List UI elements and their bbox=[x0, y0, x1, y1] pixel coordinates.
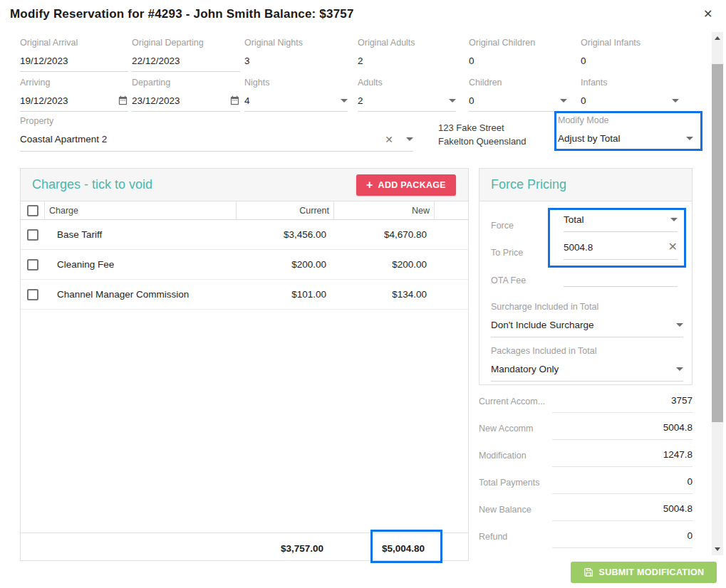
field-value: 2 bbox=[358, 56, 456, 71]
summary-label: New Accomm bbox=[479, 424, 533, 434]
close-icon[interactable]: ✕ bbox=[703, 9, 712, 20]
summary-row: Total Payments 0 bbox=[479, 470, 693, 497]
arriving-date-field[interactable]: Arriving 19/12/2023 bbox=[20, 78, 128, 112]
field-original-departing: Original Departing 22/12/2023 bbox=[132, 38, 240, 72]
table-row: Channel Manager Commission $101.00 $134.… bbox=[21, 280, 468, 310]
submit-modification-button[interactable]: SUBMIT MODIFICATION bbox=[571, 562, 717, 583]
field-label: Original Children bbox=[469, 38, 567, 48]
scrollbar-thumb[interactable] bbox=[712, 64, 723, 422]
adults-select[interactable]: Adults 2 bbox=[358, 78, 456, 112]
chevron-down-icon[interactable] bbox=[670, 218, 678, 221]
chevron-down-icon[interactable] bbox=[406, 137, 413, 141]
summary-label: New Balance bbox=[479, 505, 531, 515]
field-label: Original Arrival bbox=[20, 38, 128, 48]
children-select[interactable]: Children 0 bbox=[469, 78, 567, 112]
plus-icon: + bbox=[366, 179, 373, 191]
field-original-children: Original Children 0 bbox=[469, 38, 567, 71]
field-value[interactable]: 4 bbox=[244, 95, 250, 106]
summary-row: Refund 0 bbox=[479, 524, 693, 551]
field-value[interactable]: 2 bbox=[358, 95, 363, 106]
surcharge-select[interactable]: Don't Include Surcharge bbox=[491, 320, 683, 337]
field-value: 3 bbox=[244, 56, 348, 71]
field-value[interactable]: Coastal Apartment 2 bbox=[20, 134, 107, 145]
field-value[interactable]: 19/12/2023 bbox=[20, 95, 68, 106]
chevron-down-icon[interactable] bbox=[560, 99, 567, 103]
chevron-down-icon[interactable] bbox=[672, 99, 679, 103]
field-value: 0 bbox=[469, 56, 567, 71]
summary-value: 3757 bbox=[552, 395, 693, 413]
field-value[interactable]: Adjust by Total bbox=[558, 133, 621, 144]
field-value[interactable]: 23/12/2023 bbox=[132, 95, 180, 106]
chevron-down-icon[interactable] bbox=[341, 99, 348, 103]
dialog-title: Modify Reservation for #4293 - John Smit… bbox=[10, 7, 354, 21]
summary-label: Total Payments bbox=[479, 478, 539, 488]
summary-row: Current Accom... 3757 bbox=[479, 389, 693, 416]
to-price-input[interactable]: 5004.8 ✕ bbox=[564, 241, 678, 260]
vertical-scrollbar[interactable] bbox=[712, 32, 723, 555]
summary-row: New Accomm 5004.8 bbox=[479, 416, 693, 443]
charge-current: $101.00 bbox=[236, 289, 333, 300]
add-package-button[interactable]: + ADD PACKAGE bbox=[356, 174, 456, 196]
force-label: Force bbox=[491, 221, 514, 231]
nights-select[interactable]: Nights 4 bbox=[244, 78, 348, 112]
modify-mode-select[interactable]: Modify Mode Adjust by Total bbox=[558, 115, 693, 149]
departing-date-field[interactable]: Departing 23/12/2023 bbox=[132, 78, 240, 112]
column-header-charge: Charge bbox=[44, 201, 236, 219]
property-select[interactable]: Property Coastal Apartment 2 ✕ bbox=[20, 116, 413, 152]
summary-value: 0 bbox=[552, 530, 693, 548]
chevron-down-icon[interactable] bbox=[686, 137, 693, 140]
field-label: Infants bbox=[581, 78, 679, 88]
charges-totals-row: $3,757.00 $5,004.80 bbox=[21, 532, 468, 562]
scroll-down-icon[interactable] bbox=[715, 547, 720, 551]
chevron-down-icon[interactable] bbox=[676, 367, 683, 371]
calendar-icon[interactable] bbox=[118, 95, 128, 106]
ota-fee-input[interactable] bbox=[564, 269, 678, 287]
field-label: Original Nights bbox=[244, 38, 348, 48]
field-value[interactable]: 0 bbox=[581, 95, 586, 106]
scroll-up-icon[interactable] bbox=[715, 36, 720, 40]
chevron-down-icon[interactable] bbox=[676, 323, 683, 327]
charges-table-header: Charge Current New bbox=[21, 201, 468, 220]
surcharge-label: Surcharge Included in Total bbox=[491, 302, 598, 312]
force-select[interactable]: Total bbox=[564, 214, 678, 232]
property-address: 123 Fake Street Fakelton Queensland bbox=[438, 121, 527, 148]
summary-label: Refund bbox=[479, 532, 507, 542]
calendar-icon[interactable] bbox=[229, 95, 240, 106]
total-new: $5,004.80 bbox=[382, 543, 425, 554]
force-pricing-header: Force Pricing bbox=[479, 169, 692, 201]
charge-new: $4,670.80 bbox=[333, 229, 434, 240]
pricing-summary: Current Accom... 3757 New Accomm 5004.8 … bbox=[479, 389, 693, 551]
charge-current: $200.00 bbox=[236, 259, 333, 270]
summary-row: New Balance 5004.8 bbox=[479, 497, 693, 524]
field-label: Original Departing bbox=[132, 38, 240, 48]
summary-value: 5004.8 bbox=[552, 503, 693, 521]
clear-icon[interactable]: ✕ bbox=[668, 241, 678, 253]
charge-new: $200.00 bbox=[333, 259, 434, 270]
charges-title: Charges - tick to void bbox=[32, 177, 152, 192]
total-current: $3,757.00 bbox=[281, 543, 323, 554]
to-price-label: To Price bbox=[491, 248, 523, 258]
field-label: Original Infants bbox=[581, 38, 679, 48]
charges-panel: Charges - tick to void + ADD PACKAGE Cha… bbox=[20, 168, 469, 561]
field-label: Arriving bbox=[20, 78, 128, 88]
field-value[interactable]: 0 bbox=[469, 95, 475, 106]
address-line-1: 123 Fake Street bbox=[438, 121, 527, 135]
clear-icon[interactable]: ✕ bbox=[385, 135, 393, 145]
summary-row: Modification 1247.8 bbox=[479, 443, 693, 470]
field-original-arrival: Original Arrival 19/12/2023 bbox=[20, 38, 128, 72]
field-value: 19/12/2023 bbox=[20, 56, 128, 72]
infants-select[interactable]: Infants 0 bbox=[581, 78, 679, 112]
modify-reservation-dialog: Modify Reservation for #4293 - John Smit… bbox=[0, 0, 726, 588]
field-label: Departing bbox=[132, 78, 240, 88]
void-checkbox[interactable] bbox=[27, 259, 38, 271]
field-label: Modify Mode bbox=[558, 115, 693, 125]
force-pricing-panel: Force Pricing Force Total To Price 5004.… bbox=[479, 168, 693, 385]
chevron-down-icon[interactable] bbox=[449, 99, 456, 103]
select-all-checkbox[interactable] bbox=[27, 205, 38, 216]
void-checkbox[interactable] bbox=[27, 289, 38, 300]
void-checkbox[interactable] bbox=[27, 229, 38, 241]
table-row: Cleaning Fee $200.00 $200.00 bbox=[21, 250, 468, 280]
field-original-infants: Original Infants 0 bbox=[581, 38, 679, 71]
packages-select[interactable]: Mandatory Only bbox=[491, 364, 683, 382]
summary-label: Current Accom... bbox=[479, 397, 545, 406]
